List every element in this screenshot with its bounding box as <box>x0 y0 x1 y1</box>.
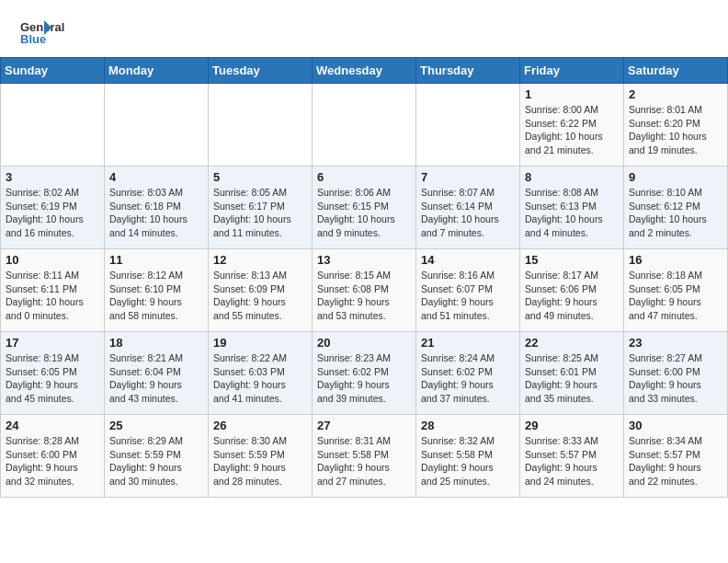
weekday-header-friday: Friday <box>520 58 624 84</box>
calendar-cell <box>416 84 520 167</box>
calendar-cell: 10Sunrise: 8:11 AMSunset: 6:11 PMDayligh… <box>1 249 105 332</box>
day-info: Sunrise: 8:30 AMSunset: 5:59 PMDaylight:… <box>213 434 307 488</box>
weekday-header-wednesday: Wednesday <box>313 58 416 84</box>
calendar-table: SundayMondayTuesdayWednesdayThursdayFrid… <box>0 57 728 498</box>
calendar-cell: 3Sunrise: 8:02 AMSunset: 6:19 PMDaylight… <box>1 167 105 249</box>
day-info: Sunrise: 8:05 AMSunset: 6:17 PMDaylight:… <box>213 186 307 240</box>
day-number: 16 <box>629 253 722 267</box>
day-info: Sunrise: 8:13 AMSunset: 6:09 PMDaylight:… <box>213 269 307 323</box>
calendar-cell: 27Sunrise: 8:31 AMSunset: 5:58 PMDayligh… <box>313 415 416 498</box>
day-info: Sunrise: 8:22 AMSunset: 6:03 PMDaylight:… <box>213 351 307 406</box>
calendar-cell: 29Sunrise: 8:33 AMSunset: 5:57 PMDayligh… <box>520 415 624 498</box>
day-number: 29 <box>525 419 619 432</box>
calendar-cell: 17Sunrise: 8:19 AMSunset: 6:05 PMDayligh… <box>1 332 105 415</box>
calendar-cell: 28Sunrise: 8:32 AMSunset: 5:58 PMDayligh… <box>416 415 520 498</box>
day-number: 1 <box>525 87 619 101</box>
day-info: Sunrise: 8:29 AMSunset: 5:59 PMDaylight:… <box>109 434 203 488</box>
calendar-cell: 13Sunrise: 8:15 AMSunset: 6:08 PMDayligh… <box>313 249 416 332</box>
weekday-header-monday: Monday <box>105 58 209 84</box>
day-info: Sunrise: 8:16 AMSunset: 6:07 PMDaylight:… <box>421 269 515 323</box>
weekday-header-sunday: Sunday <box>1 58 105 84</box>
weekday-header-saturday: Saturday <box>624 58 728 84</box>
svg-text:Blue: Blue <box>20 32 46 46</box>
day-info: Sunrise: 8:17 AMSunset: 6:06 PMDaylight:… <box>525 269 619 323</box>
day-info: Sunrise: 8:24 AMSunset: 6:02 PMDaylight:… <box>421 351 515 406</box>
calendar-cell: 24Sunrise: 8:28 AMSunset: 6:00 PMDayligh… <box>1 415 105 498</box>
day-info: Sunrise: 8:03 AMSunset: 6:18 PMDaylight:… <box>109 186 203 240</box>
day-number: 26 <box>213 419 307 432</box>
calendar-cell: 14Sunrise: 8:16 AMSunset: 6:07 PMDayligh… <box>416 249 520 332</box>
calendar-cell: 7Sunrise: 8:07 AMSunset: 6:14 PMDaylight… <box>416 167 520 249</box>
day-info: Sunrise: 8:00 AMSunset: 6:22 PMDaylight:… <box>525 103 619 157</box>
calendar-cell: 8Sunrise: 8:08 AMSunset: 6:13 PMDaylight… <box>520 167 624 249</box>
day-info: Sunrise: 8:19 AMSunset: 6:05 PMDaylight:… <box>6 351 99 406</box>
weekday-header-row: SundayMondayTuesdayWednesdayThursdayFrid… <box>1 58 728 84</box>
calendar-cell: 4Sunrise: 8:03 AMSunset: 6:18 PMDaylight… <box>105 167 209 249</box>
calendar-cell: 5Sunrise: 8:05 AMSunset: 6:17 PMDaylight… <box>209 167 313 249</box>
day-info: Sunrise: 8:07 AMSunset: 6:14 PMDaylight:… <box>421 186 515 240</box>
day-number: 19 <box>213 336 307 350</box>
calendar-week-row: 3Sunrise: 8:02 AMSunset: 6:19 PMDaylight… <box>1 167 728 249</box>
weekday-header-thursday: Thursday <box>416 58 520 84</box>
day-number: 28 <box>421 419 515 432</box>
calendar-cell: 6Sunrise: 8:06 AMSunset: 6:15 PMDaylight… <box>313 167 416 249</box>
day-info: Sunrise: 8:06 AMSunset: 6:15 PMDaylight:… <box>317 186 411 240</box>
calendar-cell: 11Sunrise: 8:12 AMSunset: 6:10 PMDayligh… <box>105 249 209 332</box>
day-number: 17 <box>6 336 99 350</box>
day-number: 10 <box>6 253 99 267</box>
day-info: Sunrise: 8:33 AMSunset: 5:57 PMDaylight:… <box>525 434 619 488</box>
page-header: General Blue <box>0 0 728 57</box>
calendar-cell: 26Sunrise: 8:30 AMSunset: 5:59 PMDayligh… <box>209 415 313 498</box>
day-number: 21 <box>421 336 515 350</box>
calendar-week-row: 1Sunrise: 8:00 AMSunset: 6:22 PMDaylight… <box>1 84 728 167</box>
calendar-cell: 22Sunrise: 8:25 AMSunset: 6:01 PMDayligh… <box>520 332 624 415</box>
day-number: 15 <box>525 253 619 267</box>
day-info: Sunrise: 8:01 AMSunset: 6:20 PMDaylight:… <box>629 103 722 157</box>
day-number: 3 <box>6 170 99 184</box>
calendar-cell: 25Sunrise: 8:29 AMSunset: 5:59 PMDayligh… <box>105 415 209 498</box>
day-number: 14 <box>421 253 515 267</box>
calendar-cell: 23Sunrise: 8:27 AMSunset: 6:00 PMDayligh… <box>624 332 728 415</box>
day-number: 4 <box>109 170 203 184</box>
calendar-cell: 19Sunrise: 8:22 AMSunset: 6:03 PMDayligh… <box>209 332 313 415</box>
day-number: 13 <box>317 253 411 267</box>
calendar-cell: 30Sunrise: 8:34 AMSunset: 5:57 PMDayligh… <box>624 415 728 498</box>
day-number: 24 <box>6 419 99 432</box>
calendar-cell: 20Sunrise: 8:23 AMSunset: 6:02 PMDayligh… <box>313 332 416 415</box>
day-number: 20 <box>317 336 411 350</box>
calendar-week-row: 24Sunrise: 8:28 AMSunset: 6:00 PMDayligh… <box>1 415 728 498</box>
day-number: 23 <box>629 336 722 350</box>
day-info: Sunrise: 8:31 AMSunset: 5:58 PMDaylight:… <box>317 434 411 488</box>
day-number: 6 <box>317 170 411 184</box>
calendar-cell: 15Sunrise: 8:17 AMSunset: 6:06 PMDayligh… <box>520 249 624 332</box>
day-number: 18 <box>109 336 203 350</box>
day-info: Sunrise: 8:34 AMSunset: 5:57 PMDaylight:… <box>629 434 722 488</box>
day-number: 11 <box>109 253 203 267</box>
day-info: Sunrise: 8:02 AMSunset: 6:19 PMDaylight:… <box>6 186 99 240</box>
day-number: 7 <box>421 170 515 184</box>
calendar-cell: 12Sunrise: 8:13 AMSunset: 6:09 PMDayligh… <box>209 249 313 332</box>
day-number: 27 <box>317 419 411 432</box>
day-number: 5 <box>213 170 307 184</box>
calendar-cell: 21Sunrise: 8:24 AMSunset: 6:02 PMDayligh… <box>416 332 520 415</box>
calendar-cell: 16Sunrise: 8:18 AMSunset: 6:05 PMDayligh… <box>624 249 728 332</box>
day-info: Sunrise: 8:25 AMSunset: 6:01 PMDaylight:… <box>525 351 619 406</box>
day-number: 22 <box>525 336 619 350</box>
day-info: Sunrise: 8:12 AMSunset: 6:10 PMDaylight:… <box>109 269 203 323</box>
day-info: Sunrise: 8:15 AMSunset: 6:08 PMDaylight:… <box>317 269 411 323</box>
day-number: 25 <box>109 419 203 432</box>
day-info: Sunrise: 8:27 AMSunset: 6:00 PMDaylight:… <box>629 351 722 406</box>
day-number: 2 <box>629 87 722 101</box>
weekday-header-tuesday: Tuesday <box>209 58 313 84</box>
calendar-cell <box>105 84 209 167</box>
calendar-cell: 18Sunrise: 8:21 AMSunset: 6:04 PMDayligh… <box>105 332 209 415</box>
day-info: Sunrise: 8:32 AMSunset: 5:58 PMDaylight:… <box>421 434 515 488</box>
day-number: 8 <box>525 170 619 184</box>
logo: General Blue <box>18 17 83 50</box>
day-number: 12 <box>213 253 307 267</box>
day-info: Sunrise: 8:10 AMSunset: 6:12 PMDaylight:… <box>629 186 722 240</box>
calendar-cell: 2Sunrise: 8:01 AMSunset: 6:20 PMDaylight… <box>624 84 728 167</box>
day-number: 30 <box>629 419 722 432</box>
day-info: Sunrise: 8:23 AMSunset: 6:02 PMDaylight:… <box>317 351 411 406</box>
day-info: Sunrise: 8:28 AMSunset: 6:00 PMDaylight:… <box>6 434 99 488</box>
